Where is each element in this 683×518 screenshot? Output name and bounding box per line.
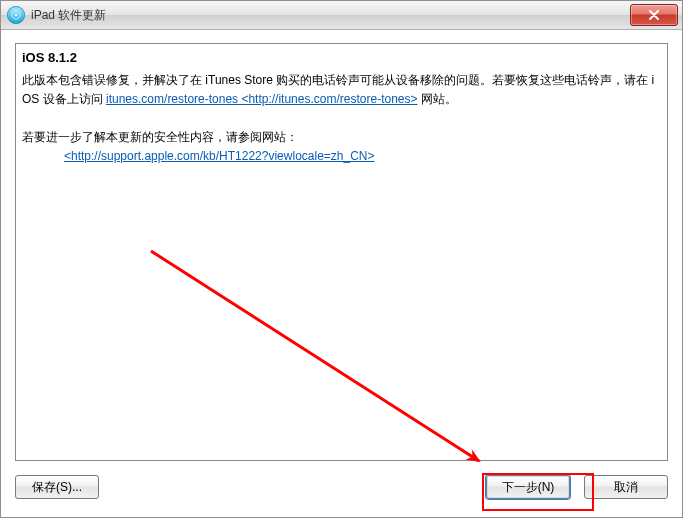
text-segment: 网站。: [421, 92, 457, 106]
dialog-window: iPad 软件更新 iOS 8.1.2 此版本包含错误修复，并解决了在 iTun…: [0, 0, 683, 518]
button-bar: 保存(S)... 下一步(N) 取消: [15, 475, 668, 503]
next-button[interactable]: 下一步(N): [486, 475, 570, 499]
content-area: iOS 8.1.2 此版本包含错误修复，并解决了在 iTunes Store 购…: [15, 43, 668, 461]
close-icon: [648, 10, 660, 20]
restore-tones-link[interactable]: itunes.com/restore-tones <http://itunes.…: [106, 92, 417, 106]
text-segment: 若要进一步了解本更新的安全性内容，请参阅网站：: [22, 130, 298, 144]
titlebar: iPad 软件更新: [1, 1, 682, 30]
security-link[interactable]: <http://support.apple.com/kb/HT1222?view…: [64, 149, 375, 163]
cancel-button[interactable]: 取消: [584, 475, 668, 499]
close-button[interactable]: [630, 4, 678, 26]
release-text-2: 若要进一步了解本更新的安全性内容，请参阅网站： <http://support.…: [22, 128, 661, 165]
save-button[interactable]: 保存(S)...: [15, 475, 99, 499]
itunes-icon: [7, 6, 25, 24]
release-heading: iOS 8.1.2: [22, 50, 661, 65]
release-text-1: 此版本包含错误修复，并解决了在 iTunes Store 购买的电话铃声可能从设…: [22, 71, 661, 108]
window-title: iPad 软件更新: [31, 7, 106, 24]
svg-point-1: [15, 14, 18, 17]
